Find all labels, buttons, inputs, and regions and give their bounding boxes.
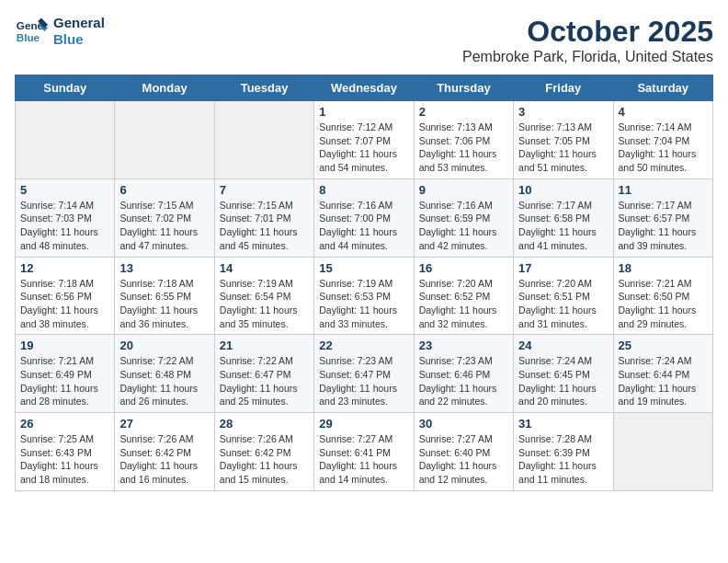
cell-info: Sunrise: 7:19 AMSunset: 6:54 PMDaylight:… (220, 277, 309, 331)
day-number: 8 (319, 183, 408, 197)
cell-info: Sunrise: 7:17 AMSunset: 6:57 PMDaylight:… (619, 199, 708, 253)
calendar-cell: 12Sunrise: 7:18 AMSunset: 6:56 PMDayligh… (16, 257, 115, 335)
logo-icon: General Blue (15, 15, 48, 48)
calendar-cell: 15Sunrise: 7:19 AMSunset: 6:53 PMDayligh… (314, 257, 414, 335)
calendar-cell: 22Sunrise: 7:23 AMSunset: 6:47 PMDayligh… (314, 335, 414, 413)
cell-info: Sunrise: 7:23 AMSunset: 6:47 PMDaylight:… (319, 354, 408, 408)
day-number: 14 (220, 261, 309, 275)
day-number: 24 (518, 339, 608, 352)
cell-info: Sunrise: 7:27 AMSunset: 6:40 PMDaylight:… (419, 432, 508, 487)
calendar-cell: 30Sunrise: 7:27 AMSunset: 6:40 PMDayligh… (414, 413, 513, 491)
calendar-cell: 19Sunrise: 7:21 AMSunset: 6:49 PMDayligh… (16, 335, 115, 413)
cell-info: Sunrise: 7:13 AMSunset: 7:06 PMDaylight:… (419, 121, 508, 175)
location-title: Pembroke Park, Florida, United States (462, 49, 713, 65)
logo-text-blue: Blue (53, 31, 105, 48)
day-number: 9 (419, 183, 508, 197)
cell-info: Sunrise: 7:20 AMSunset: 6:51 PMDaylight:… (518, 277, 608, 331)
day-number: 23 (419, 339, 508, 352)
calendar-cell: 11Sunrise: 7:17 AMSunset: 6:57 PMDayligh… (613, 178, 712, 257)
day-header-thursday: Thursday (414, 75, 513, 101)
calendar-cell: 6Sunrise: 7:15 AMSunset: 7:02 PMDaylight… (115, 178, 214, 257)
calendar-cell: 4Sunrise: 7:14 AMSunset: 7:04 PMDaylight… (613, 101, 712, 179)
calendar-cell: 20Sunrise: 7:22 AMSunset: 6:48 PMDayligh… (115, 335, 214, 413)
day-number: 31 (518, 417, 608, 431)
day-header-wednesday: Wednesday (314, 75, 414, 101)
month-title: October 2025 (462, 15, 713, 49)
cell-info: Sunrise: 7:26 AMSunset: 6:42 PMDaylight:… (119, 432, 209, 487)
day-number: 28 (220, 417, 309, 431)
cell-info: Sunrise: 7:18 AMSunset: 6:56 PMDaylight:… (20, 277, 109, 331)
cell-info: Sunrise: 7:15 AMSunset: 7:02 PMDaylight:… (119, 199, 209, 253)
calendar-cell: 1Sunrise: 7:12 AMSunset: 7:07 PMDaylight… (314, 101, 414, 179)
day-number: 3 (518, 105, 608, 119)
day-number: 11 (619, 183, 708, 197)
cell-info: Sunrise: 7:15 AMSunset: 7:01 PMDaylight:… (220, 199, 309, 253)
day-number: 25 (619, 339, 708, 352)
day-number: 15 (319, 261, 408, 275)
calendar-cell: 25Sunrise: 7:24 AMSunset: 6:44 PMDayligh… (613, 335, 712, 413)
cell-info: Sunrise: 7:23 AMSunset: 6:46 PMDaylight:… (419, 354, 508, 408)
calendar-cell: 23Sunrise: 7:23 AMSunset: 6:46 PMDayligh… (414, 335, 513, 413)
cell-info: Sunrise: 7:21 AMSunset: 6:49 PMDaylight:… (20, 354, 109, 408)
cell-info: Sunrise: 7:13 AMSunset: 7:05 PMDaylight:… (518, 121, 608, 175)
calendar-cell (613, 413, 712, 491)
day-number: 19 (20, 339, 109, 352)
day-number: 27 (119, 417, 209, 431)
calendar-cell: 5Sunrise: 7:14 AMSunset: 7:03 PMDaylight… (16, 178, 115, 257)
calendar-cell: 24Sunrise: 7:24 AMSunset: 6:45 PMDayligh… (514, 335, 613, 413)
day-number: 5 (20, 183, 109, 197)
calendar-cell: 3Sunrise: 7:13 AMSunset: 7:05 PMDaylight… (514, 101, 613, 179)
day-number: 20 (119, 339, 209, 352)
cell-info: Sunrise: 7:14 AMSunset: 7:04 PMDaylight:… (619, 121, 708, 175)
day-number: 21 (220, 339, 309, 352)
calendar-cell (16, 101, 115, 179)
day-number: 6 (119, 183, 209, 197)
calendar-cell: 16Sunrise: 7:20 AMSunset: 6:52 PMDayligh… (414, 257, 513, 335)
day-number: 26 (20, 417, 109, 431)
cell-info: Sunrise: 7:25 AMSunset: 6:43 PMDaylight:… (20, 432, 109, 487)
logo: General Blue General Blue (15, 15, 105, 48)
cell-info: Sunrise: 7:16 AMSunset: 7:00 PMDaylight:… (319, 199, 408, 253)
day-number: 30 (419, 417, 508, 431)
day-number: 17 (518, 261, 608, 275)
cell-info: Sunrise: 7:12 AMSunset: 7:07 PMDaylight:… (319, 121, 408, 175)
calendar-cell: 7Sunrise: 7:15 AMSunset: 7:01 PMDaylight… (214, 178, 313, 257)
cell-info: Sunrise: 7:16 AMSunset: 6:59 PMDaylight:… (419, 199, 508, 253)
day-header-friday: Friday (514, 75, 613, 101)
cell-info: Sunrise: 7:22 AMSunset: 6:48 PMDaylight:… (119, 354, 209, 408)
cell-info: Sunrise: 7:22 AMSunset: 6:47 PMDaylight:… (220, 354, 309, 408)
day-header-tuesday: Tuesday (214, 75, 313, 101)
day-number: 18 (619, 261, 708, 275)
calendar-cell: 31Sunrise: 7:28 AMSunset: 6:39 PMDayligh… (514, 413, 613, 491)
day-number: 12 (20, 261, 109, 275)
day-number: 7 (220, 183, 309, 197)
day-number: 4 (619, 105, 708, 119)
calendar-cell: 27Sunrise: 7:26 AMSunset: 6:42 PMDayligh… (115, 413, 214, 491)
calendar-cell: 8Sunrise: 7:16 AMSunset: 7:00 PMDaylight… (314, 178, 414, 257)
calendar-table: SundayMondayTuesdayWednesdayThursdayFrid… (15, 75, 713, 491)
day-number: 29 (319, 417, 408, 431)
cell-info: Sunrise: 7:14 AMSunset: 7:03 PMDaylight:… (20, 199, 109, 253)
calendar-cell: 9Sunrise: 7:16 AMSunset: 6:59 PMDaylight… (414, 178, 513, 257)
page-header: General Blue General Blue October 2025 P… (15, 15, 713, 65)
calendar-cell: 17Sunrise: 7:20 AMSunset: 6:51 PMDayligh… (514, 257, 613, 335)
cell-info: Sunrise: 7:20 AMSunset: 6:52 PMDaylight:… (419, 277, 508, 331)
calendar-week-row: 26Sunrise: 7:25 AMSunset: 6:43 PMDayligh… (16, 413, 713, 491)
day-number: 2 (419, 105, 508, 119)
cell-info: Sunrise: 7:24 AMSunset: 6:45 PMDaylight:… (518, 354, 608, 408)
calendar-cell (115, 101, 214, 179)
calendar-week-row: 12Sunrise: 7:18 AMSunset: 6:56 PMDayligh… (16, 257, 713, 335)
svg-text:Blue: Blue (17, 31, 40, 43)
logo-text-general: General (53, 15, 105, 31)
day-header-saturday: Saturday (613, 75, 712, 101)
calendar-cell (214, 101, 313, 179)
calendar-cell: 21Sunrise: 7:22 AMSunset: 6:47 PMDayligh… (214, 335, 313, 413)
calendar-cell: 26Sunrise: 7:25 AMSunset: 6:43 PMDayligh… (16, 413, 115, 491)
cell-info: Sunrise: 7:17 AMSunset: 6:58 PMDaylight:… (518, 199, 608, 253)
calendar-cell: 2Sunrise: 7:13 AMSunset: 7:06 PMDaylight… (414, 101, 513, 179)
calendar-cell: 13Sunrise: 7:18 AMSunset: 6:55 PMDayligh… (115, 257, 214, 335)
title-block: October 2025 Pembroke Park, Florida, Uni… (462, 15, 713, 65)
cell-info: Sunrise: 7:27 AMSunset: 6:41 PMDaylight:… (319, 432, 408, 487)
day-header-monday: Monday (115, 75, 214, 101)
calendar-cell: 18Sunrise: 7:21 AMSunset: 6:50 PMDayligh… (613, 257, 712, 335)
